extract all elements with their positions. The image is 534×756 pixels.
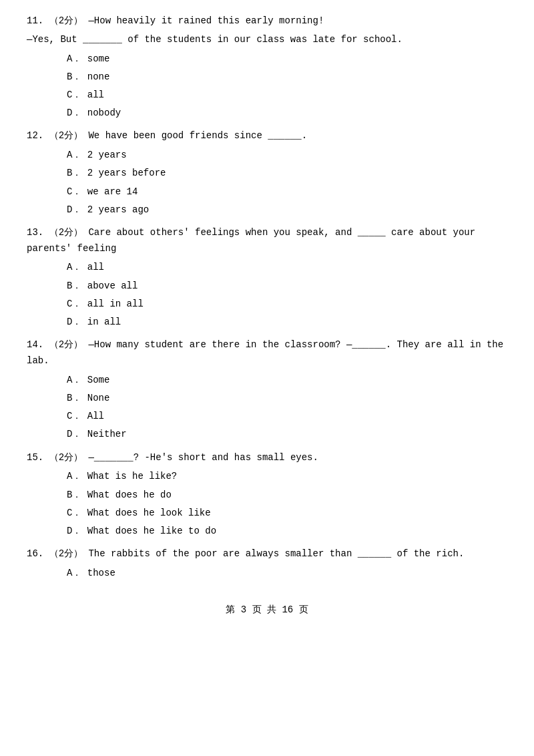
- q13-opt-b-text: above all: [87, 280, 138, 291]
- q13-option-b: B． above all: [27, 278, 507, 295]
- q16-points: （2分）: [49, 548, 83, 559]
- q12-opt-a-label: A．: [67, 150, 81, 160]
- question-16-header: 16. （2分） The rabbits of the poor are alw…: [27, 546, 507, 562]
- q15-opt-b-label: B．: [67, 490, 81, 500]
- q11-opt-d-label: D．: [67, 108, 81, 118]
- q15-number: 15.: [27, 452, 43, 463]
- q11-option-a: A． some: [27, 51, 507, 67]
- q14-opt-b-label: B．: [67, 393, 81, 403]
- q12-option-c: C． we are 14: [27, 184, 507, 200]
- q11-opt-b-label: B．: [67, 71, 81, 82]
- q14-opt-a-label: A．: [67, 375, 81, 385]
- q13-opt-c-text: all in all: [87, 299, 144, 309]
- q14-opt-c-label: C．: [67, 411, 81, 421]
- q15-option-d: D． What does he like to do: [27, 523, 507, 540]
- question-13-header: 13. （2分） Care about others' feelings whe…: [27, 225, 507, 257]
- question-12: 12. （2分） We have been good friends since…: [27, 128, 507, 218]
- exam-content: 11. （2分） —How heavily it rained this ear…: [27, 13, 507, 618]
- q13-opt-c-label: C．: [67, 299, 81, 309]
- q15-opt-c-label: C．: [67, 508, 81, 518]
- q15-opt-b-text: What does he do: [87, 490, 172, 500]
- q15-text1: —_______? -He's short and has small eyes…: [88, 452, 318, 463]
- q16-number: 16.: [27, 548, 43, 559]
- q12-option-d: D． 2 years ago: [27, 202, 507, 218]
- q12-opt-b-text: 2 years before: [87, 168, 166, 178]
- q14-opt-a-text: Some: [87, 375, 110, 385]
- q11-number: 11.: [27, 15, 43, 26]
- q12-text1: We have been good friends since ______.: [88, 130, 307, 141]
- q11-text1: —How heavily it rained this early mornin…: [88, 15, 324, 26]
- q13-points: （2分）: [49, 227, 83, 238]
- q15-opt-d-text: What does he like to do: [87, 526, 216, 536]
- q12-opt-a-text: 2 years: [87, 150, 127, 160]
- q14-option-a: A． Some: [27, 372, 507, 389]
- question-12-header: 12. （2分） We have been good friends since…: [27, 128, 507, 144]
- q11-points: （2分）: [49, 15, 83, 26]
- q14-option-c: C． All: [27, 408, 507, 425]
- q12-opt-d-label: D．: [67, 204, 81, 215]
- q16-opt-a-label: A．: [67, 568, 81, 578]
- q16-opt-a-text: those: [87, 568, 115, 578]
- question-14: 14. （2分） —How many student are there in …: [27, 337, 507, 443]
- q14-number: 14.: [27, 339, 43, 350]
- q12-number: 12.: [27, 130, 43, 141]
- q13-opt-d-text: in all: [87, 317, 121, 327]
- q12-points: （2分）: [49, 130, 83, 141]
- q15-option-b: B． What does he do: [27, 487, 507, 504]
- q11-opt-c-label: C．: [67, 89, 81, 100]
- q11-option-b: B． none: [27, 69, 507, 85]
- q13-opt-d-label: D．: [67, 317, 81, 327]
- q11-opt-a-text: some: [87, 53, 110, 64]
- question-11-line2: —Yes, But _______ of the students in our…: [27, 32, 507, 48]
- q13-option-d: D． in all: [27, 314, 507, 331]
- q13-opt-a-label: A．: [67, 262, 81, 272]
- question-16: 16. （2分） The rabbits of the poor are alw…: [27, 546, 507, 582]
- question-14-header: 14. （2分） —How many student are there in …: [27, 337, 507, 369]
- q14-option-b: B． None: [27, 390, 507, 407]
- question-15-header: 15. （2分） —_______? -He's short and has s…: [27, 450, 507, 466]
- q11-option-c: C． all: [27, 87, 507, 104]
- q13-opt-a-text: all: [87, 262, 104, 272]
- q13-text1: Care about others' feelings when you spe…: [27, 227, 475, 254]
- q15-opt-a-label: A．: [67, 471, 81, 482]
- q14-points: （2分）: [49, 339, 83, 350]
- q16-text1: The rabbits of the poor are always small…: [88, 548, 464, 559]
- q12-opt-c-label: C．: [67, 186, 81, 197]
- q13-opt-b-label: B．: [67, 280, 81, 291]
- q15-option-c: C． What does he look like: [27, 505, 507, 522]
- q13-option-c: C． all in all: [27, 296, 507, 313]
- q11-option-d: D． nobody: [27, 105, 507, 122]
- q11-opt-c-text: all: [87, 89, 104, 100]
- q13-option-a: A． all: [27, 259, 507, 276]
- q11-opt-d-text: nobody: [87, 108, 121, 118]
- page-number: 第 3 页 共 16 页: [226, 604, 308, 615]
- q16-option-a: A． those: [27, 565, 507, 582]
- q12-option-a: A． 2 years: [27, 147, 507, 164]
- q14-option-d: D． Neither: [27, 426, 507, 443]
- q15-points: （2分）: [49, 452, 83, 463]
- q15-opt-d-label: D．: [67, 526, 81, 536]
- q14-opt-b-text: None: [87, 393, 110, 403]
- q12-opt-c-text: we are 14: [87, 186, 138, 197]
- q15-opt-a-text: What is he like?: [87, 471, 177, 482]
- q11-opt-b-text: none: [87, 71, 110, 82]
- q13-number: 13.: [27, 227, 43, 238]
- q15-opt-c-text: What does he look like: [87, 508, 211, 518]
- q14-opt-d-text: Neither: [87, 429, 127, 439]
- question-15: 15. （2分） —_______? -He's short and has s…: [27, 450, 507, 540]
- q15-option-a: A． What is he like?: [27, 468, 507, 485]
- q11-opt-a-label: A．: [67, 53, 81, 64]
- question-11-header: 11. （2分） —How heavily it rained this ear…: [27, 13, 507, 29]
- q14-opt-d-label: D．: [67, 429, 81, 439]
- q14-opt-c-text: All: [87, 411, 104, 421]
- question-11: 11. （2分） —How heavily it rained this ear…: [27, 13, 507, 122]
- question-13: 13. （2分） Care about others' feelings whe…: [27, 225, 507, 331]
- q12-opt-d-text: 2 years ago: [87, 204, 149, 215]
- page-footer: 第 3 页 共 16 页: [27, 602, 507, 618]
- q12-option-b: B． 2 years before: [27, 165, 507, 182]
- q14-text1: —How many student are there in the class…: [27, 339, 503, 366]
- q12-opt-b-label: B．: [67, 168, 81, 178]
